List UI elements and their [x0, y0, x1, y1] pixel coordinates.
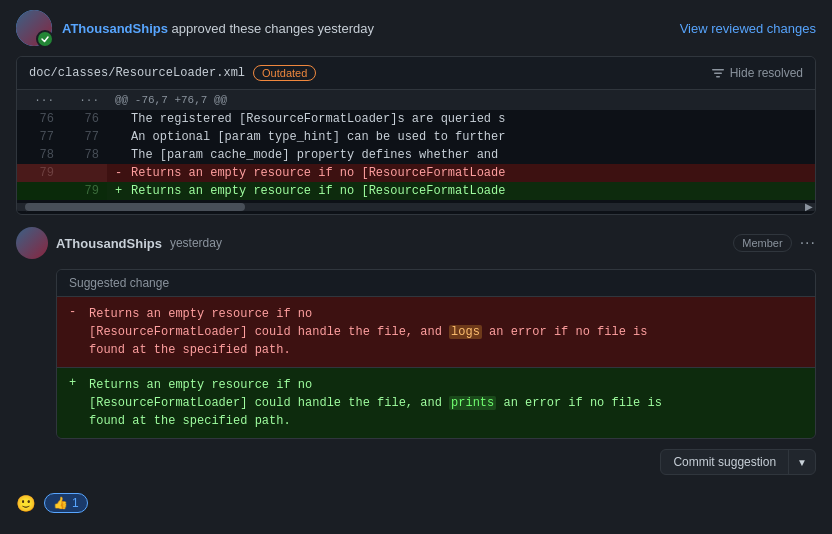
file-section: doc/classes/ResourceLoader.xml Outdated … — [16, 56, 816, 215]
member-badge: Member — [733, 234, 791, 252]
line-num-old: 76 — [17, 110, 62, 128]
scroll-right-arrow[interactable]: ▶ — [805, 201, 813, 212]
approval-bar: AThousandShips approved these changes ye… — [0, 0, 832, 56]
table-row: 76 76 The registered [ResourceFormatLoad… — [17, 110, 815, 128]
line-num-old: 78 — [17, 146, 62, 164]
comment-author-area: AThousandShips yesterday — [16, 227, 222, 259]
approval-action: approved these changes yesterday — [172, 21, 374, 36]
removed-text: Returns an empty resource if no [Resourc… — [89, 305, 648, 359]
table-row: 77 77 An optional [param type_hint] can … — [17, 128, 815, 146]
hide-resolved-button[interactable]: Hide resolved — [711, 66, 803, 80]
commit-suggestion-button-group[interactable]: Commit suggestion ▼ — [660, 449, 816, 475]
commit-area: Commit suggestion ▼ — [16, 439, 816, 485]
comment-section: AThousandShips yesterday Member ··· Sugg… — [16, 215, 816, 529]
logs-highlight: logs — [449, 325, 482, 339]
line-content: The registered [ResourceFormatLoader]s a… — [107, 110, 815, 128]
line-num-new: 77 — [62, 128, 107, 146]
comment-header: AThousandShips yesterday Member ··· — [16, 227, 816, 259]
line-num-old: 77 — [17, 128, 62, 146]
suggestion-header: Suggested change — [57, 270, 815, 297]
file-header: doc/classes/ResourceLoader.xml Outdated … — [17, 57, 815, 90]
line-num-new — [62, 164, 107, 182]
horizontal-scrollbar[interactable]: ◀ ▶ — [17, 200, 815, 214]
file-path: doc/classes/ResourceLoader.xml — [29, 66, 245, 80]
line-num-new: 76 — [62, 110, 107, 128]
add-emoji-button[interactable]: 🙂 — [16, 494, 36, 513]
line-content: +Returns an empty resource if no [Resour… — [107, 182, 815, 200]
comment-avatar — [16, 227, 48, 259]
suggestion-added: +Returns an empty resource if no [Resour… — [57, 368, 815, 438]
prints-highlight: prints — [449, 396, 496, 410]
added-text: Returns an empty resource if no [Resourc… — [89, 376, 662, 430]
line-num-old: 79 — [17, 164, 62, 182]
line-content: The [param cache_mode] property defines … — [107, 146, 815, 164]
removed-sign: - — [69, 305, 89, 319]
line-content: -Returns an empty resource if no [Resour… — [107, 164, 815, 182]
table-row: 78 78 The [param cache_mode] property de… — [17, 146, 815, 164]
hide-icon — [711, 66, 725, 80]
comment-time: yesterday — [170, 236, 222, 250]
svg-rect-2 — [716, 76, 720, 78]
file-header-left: doc/classes/ResourceLoader.xml Outdated — [29, 65, 316, 81]
more-options-button[interactable]: ··· — [800, 234, 816, 252]
expand-dots-right: ··· — [62, 90, 107, 110]
suggestion-removed: -Returns an empty resource if no [Resour… — [57, 297, 815, 368]
expand-label: @@ -76,7 +76,7 @@ — [107, 90, 815, 110]
scrollbar-thumb[interactable] — [25, 203, 245, 211]
commit-suggestion-main-button[interactable]: Commit suggestion — [661, 450, 789, 474]
table-row: 79 -Returns an empty resource if no [Res… — [17, 164, 815, 182]
line-num-new: 78 — [62, 146, 107, 164]
commit-suggestion-dropdown-button[interactable]: ▼ — [789, 452, 815, 473]
avatar-wrapper — [16, 10, 52, 46]
svg-rect-0 — [712, 69, 724, 71]
comment-author: AThousandShips — [56, 236, 162, 251]
comment-header-right: Member ··· — [733, 234, 816, 252]
svg-rect-1 — [714, 73, 722, 75]
check-icon — [36, 30, 54, 48]
added-sign: + — [69, 376, 89, 390]
scrollbar-track — [17, 203, 815, 211]
approval-author: AThousandShips — [62, 21, 168, 36]
line-num-old — [17, 182, 62, 200]
thumbsup-icon: 👍 — [53, 496, 68, 510]
thumbsup-count: 1 — [72, 496, 79, 510]
approval-text: AThousandShips approved these changes ye… — [62, 21, 374, 36]
thumbsup-reaction-button[interactable]: 👍 1 — [44, 493, 88, 513]
view-reviewed-changes-link[interactable]: View reviewed changes — [680, 21, 816, 36]
table-row: 79 +Returns an empty resource if no [Res… — [17, 182, 815, 200]
diff-table: ··· ··· @@ -76,7 +76,7 @@ 76 76 The regi… — [17, 90, 815, 200]
approval-left: AThousandShips approved these changes ye… — [16, 10, 374, 46]
line-content: An optional [param type_hint] can be use… — [107, 128, 815, 146]
line-num-new: 79 — [62, 182, 107, 200]
reaction-area: 🙂 👍 1 — [16, 485, 816, 517]
suggestion-box: Suggested change -Returns an empty resou… — [56, 269, 816, 439]
hide-resolved-label: Hide resolved — [730, 66, 803, 80]
outdated-badge: Outdated — [253, 65, 316, 81]
diff-expand-row: ··· ··· @@ -76,7 +76,7 @@ — [17, 90, 815, 110]
expand-dots-left: ··· — [17, 90, 62, 110]
